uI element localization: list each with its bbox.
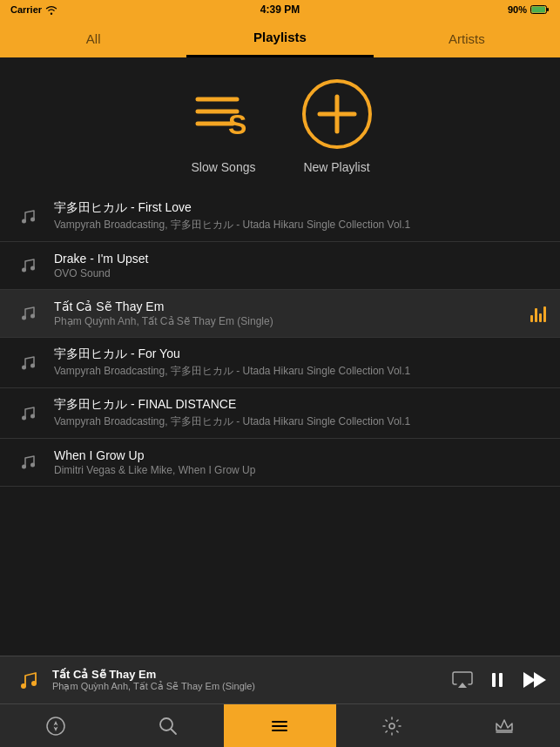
svg-rect-25 <box>492 673 496 687</box>
song-row-3[interactable]: Tất Cả Sẽ Thay Em Phạm Quỳnh Anh, Tất Cả… <box>0 290 560 338</box>
music-note-icon <box>18 404 37 423</box>
song-subtitle-3: Phạm Quỳnh Anh, Tất Cả Sẽ Thay Em (Singl… <box>54 315 523 327</box>
song-title-4: 宇多田ヒカル - For You <box>54 347 546 362</box>
svg-marker-27 <box>523 672 536 688</box>
bar-2 <box>535 308 537 322</box>
svg-point-23 <box>31 681 37 686</box>
song-subtitle-6: Dimitri Vegas & Like Mike, When I Grow U… <box>54 464 546 476</box>
music-note-icon <box>18 304 37 323</box>
svg-marker-24 <box>458 683 467 688</box>
song-info-2: Drake - I'm Upset OVO Sound <box>54 252 546 279</box>
svg-point-14 <box>22 316 26 320</box>
battery-label: 90% <box>508 4 527 15</box>
song-subtitle-1: Vampyrah Broadcasting, 宇多田ヒカル - Utada Hi… <box>54 218 546 232</box>
slow-songs-label: Slow Songs <box>192 160 256 174</box>
svg-point-19 <box>30 414 35 418</box>
svg-rect-1 <box>532 7 546 13</box>
slow-songs-icon-wrap: S <box>185 75 263 153</box>
music-note-icon <box>18 207 37 226</box>
bottom-tab-search[interactable] <box>112 704 225 747</box>
bottom-tab-list[interactable] <box>224 704 336 747</box>
song-info-4: 宇多田ヒカル - For You Vampyrah Broadcasting, … <box>54 347 546 379</box>
svg-rect-2 <box>547 8 549 11</box>
svg-point-18 <box>22 415 26 420</box>
bar-4 <box>543 306 546 322</box>
svg-rect-26 <box>499 673 503 687</box>
tab-playlists[interactable]: Playlists <box>186 19 373 57</box>
song-info-5: 宇多田ヒカル - FINAL DISTANCE Vampyrah Broadca… <box>54 397 546 429</box>
bottom-tab-settings[interactable] <box>336 704 449 747</box>
now-playing-title: Tất Cả Sẽ Thay Em <box>52 668 452 681</box>
song-info-6: When I Grow Up Dimitri Vegas & Like Mike… <box>54 448 546 476</box>
song-subtitle-5: Vampyrah Broadcasting, 宇多田ヒカル - Utada Hi… <box>54 414 546 429</box>
new-playlist-icon-wrap <box>298 75 376 153</box>
song-icon-3 <box>14 299 42 327</box>
now-playing-info: Tất Cả Sẽ Thay Em Phạm Quỳnh Anh, Tất Cả… <box>52 668 452 692</box>
song-row-1[interactable]: 宇多田ヒカル - First Love Vampyrah Broadcastin… <box>0 192 560 242</box>
playlist-new[interactable]: New Playlist <box>298 75 376 174</box>
tab-artists[interactable]: Artists <box>374 19 560 57</box>
now-playing-note-icon <box>17 669 39 691</box>
svg-point-22 <box>21 683 26 689</box>
song-subtitle-4: Vampyrah Broadcasting, 宇多田ヒカル - Utada Hi… <box>54 364 546 379</box>
crown-icon <box>494 716 515 737</box>
song-subtitle-2: OVO Sound <box>54 267 546 279</box>
new-playlist-icon <box>298 75 376 153</box>
skip-forward-icon[interactable] <box>522 670 546 690</box>
slow-songs-icon: S <box>185 75 263 153</box>
compass-icon <box>45 716 66 737</box>
song-icon-1 <box>14 203 42 231</box>
svg-point-37 <box>389 723 395 729</box>
song-icon-5 <box>14 400 42 427</box>
status-bar: Carrier 4:39 PM 90% <box>0 0 560 19</box>
svg-point-29 <box>47 717 64 735</box>
carrier-label: Carrier <box>10 4 42 15</box>
song-title-3: Tất Cả Sẽ Thay Em <box>54 299 523 313</box>
wifi-icon <box>45 4 57 15</box>
gear-icon <box>381 716 402 737</box>
svg-point-13 <box>30 266 35 271</box>
bottom-tab-crown[interactable] <box>448 704 560 747</box>
song-row-5[interactable]: 宇多田ヒカル - FINAL DISTANCE Vampyrah Broadca… <box>0 388 560 439</box>
playlists-grid: S Slow Songs New Playlist <box>0 57 560 192</box>
svg-point-11 <box>30 217 35 221</box>
pause-icon[interactable] <box>487 670 508 690</box>
svg-line-33 <box>171 729 176 734</box>
svg-text:S: S <box>228 109 246 140</box>
top-tab-bar: All Playlists Artists <box>0 19 560 57</box>
song-title-2: Drake - I'm Upset <box>54 252 546 266</box>
list-icon <box>269 716 290 737</box>
bar-3 <box>539 313 542 322</box>
svg-point-10 <box>22 219 26 223</box>
song-row-2[interactable]: Drake - I'm Upset OVO Sound <box>0 242 560 290</box>
status-right: 90% <box>508 4 550 15</box>
svg-point-12 <box>22 268 26 273</box>
song-list: 宇多田ヒカル - First Love Vampyrah Broadcastin… <box>0 192 560 487</box>
svg-point-21 <box>30 463 35 468</box>
new-playlist-label: New Playlist <box>303 160 369 174</box>
svg-marker-31 <box>54 726 58 731</box>
now-playing-controls <box>452 670 546 690</box>
search-icon <box>158 716 179 737</box>
song-title-1: 宇多田ヒカル - First Love <box>54 200 546 216</box>
bottom-tab-bar <box>0 703 560 747</box>
svg-point-17 <box>30 363 35 367</box>
bottom-tab-discover[interactable] <box>0 704 112 747</box>
svg-point-20 <box>22 465 26 469</box>
playlist-slow-songs[interactable]: S Slow Songs <box>185 75 263 174</box>
music-note-icon <box>18 256 37 275</box>
song-icon-6 <box>14 448 42 476</box>
airplay-icon[interactable] <box>452 670 473 690</box>
song-title-6: When I Grow Up <box>54 448 546 462</box>
svg-marker-30 <box>54 721 58 726</box>
tab-all[interactable]: All <box>0 19 186 57</box>
music-note-icon <box>18 453 37 472</box>
status-time: 4:39 PM <box>260 3 300 16</box>
svg-point-16 <box>22 365 26 369</box>
song-icon-4 <box>14 349 42 377</box>
svg-point-15 <box>30 314 35 319</box>
song-row-4[interactable]: 宇多田ヒカル - For You Vampyrah Broadcasting, … <box>0 338 560 388</box>
now-playing-bar[interactable]: Tất Cả Sẽ Thay Em Phạm Quỳnh Anh, Tất Cả… <box>0 656 560 703</box>
now-playing-subtitle: Phạm Quỳnh Anh, Tất Cả Sẽ Thay Em (Singl… <box>52 681 452 692</box>
song-row-6[interactable]: When I Grow Up Dimitri Vegas & Like Mike… <box>0 439 560 487</box>
